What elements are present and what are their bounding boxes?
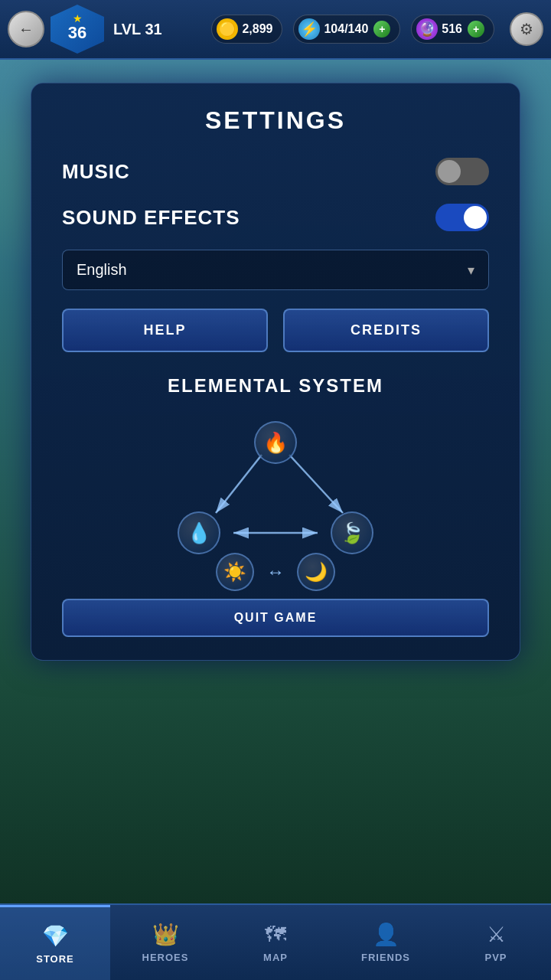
credits-button[interactable]: CREDITS <box>283 309 489 352</box>
moon-element: 🌙 <box>297 553 335 591</box>
friends-label: FRIENDS <box>361 952 410 963</box>
lvl-label: LVL 31 <box>113 21 162 38</box>
settings-dialog: SETTINGS MUSIC SOUND EFFECTS English ▾ H… <box>31 83 520 661</box>
pvp-icon: ⚔ <box>487 922 506 947</box>
sound-effects-row: SOUND EFFECTS <box>62 204 489 231</box>
elemental-title: ELEMENTAL SYSTEM <box>62 375 489 397</box>
back-button[interactable]: ← <box>8 11 44 47</box>
friends-icon: 👤 <box>373 922 399 947</box>
store-icon: 💎 <box>42 923 69 949</box>
star-icon: ★ <box>73 12 83 24</box>
level-number: 36 <box>68 23 86 43</box>
chevron-down-icon: ▾ <box>468 262 474 279</box>
language-selector[interactable]: English ▾ <box>62 250 489 290</box>
quit-button[interactable]: QUIT GAME <box>62 599 489 637</box>
sound-effects-toggle[interactable] <box>435 204 489 231</box>
help-button[interactable]: HELP <box>62 309 268 352</box>
energy-value: 104/140 <box>324 22 368 36</box>
music-row: MUSIC <box>62 158 489 185</box>
elemental-section: ELEMENTAL SYSTEM <box>62 375 489 583</box>
svg-line-2 <box>289 455 343 513</box>
double-arrow-icon: ↔ <box>266 561 285 583</box>
music-toggle[interactable] <box>435 158 489 185</box>
svg-line-3 <box>216 455 262 513</box>
energy-icon: ⚡ <box>298 18 320 40</box>
gem-value: 516 <box>442 22 462 36</box>
main-content: SETTINGS MUSIC SOUND EFFECTS English ▾ H… <box>0 60 551 903</box>
water-element: 💧 <box>178 511 220 554</box>
store-label: STORE <box>36 953 74 965</box>
nav-item-friends[interactable]: 👤 FRIENDS <box>331 905 441 980</box>
gem-plus-button[interactable]: + <box>468 21 484 38</box>
nav-item-map[interactable]: 🗺 MAP <box>220 905 331 980</box>
settings-button[interactable]: ⚙ <box>510 12 543 46</box>
energy-plus-button[interactable]: + <box>373 21 390 38</box>
nav-item-pvp[interactable]: ⚔ PVP <box>441 905 551 980</box>
dialog-title: SETTINGS <box>62 106 489 135</box>
bottom-nav: 💎 STORE 👑 HEROES 🗺 MAP 👤 FRIENDS ⚔ PVP <box>0 903 551 980</box>
map-label: MAP <box>263 952 288 963</box>
map-icon: 🗺 <box>265 922 286 947</box>
sun-element: ☀️ <box>216 553 254 591</box>
fire-element: 🔥 <box>254 421 297 464</box>
music-label: MUSIC <box>62 160 130 184</box>
nav-item-store[interactable]: 💎 STORE <box>0 905 110 980</box>
coin-currency: 🟡 2,899 <box>211 15 282 44</box>
currency-group: 🟡 2,899 ⚡ 104/140 + 🔮 516 + ⚙ <box>211 12 543 46</box>
level-badge: ★ 36 <box>51 5 104 54</box>
language-value: English <box>77 261 127 279</box>
coin-icon: 🟡 <box>217 18 238 40</box>
elemental-diagram: 🔥 💧 🍃 ☀️ ↔ 🌙 <box>161 415 390 583</box>
action-buttons-row: HELP CREDITS <box>62 309 489 352</box>
heroes-icon: 👑 <box>152 922 179 947</box>
nav-item-heroes[interactable]: 👑 HEROES <box>110 905 220 980</box>
heroes-label: HEROES <box>142 952 189 963</box>
sound-effects-label: SOUND EFFECTS <box>62 206 240 230</box>
music-toggle-knob <box>438 160 461 183</box>
top-bar: ← ★ 36 LVL 31 🟡 2,899 ⚡ 104/140 + 🔮 516 … <box>0 0 551 60</box>
leaf-element: 🍃 <box>331 511 373 554</box>
sun-moon-row: ☀️ ↔ 🌙 <box>216 553 335 591</box>
gem-currency: 🔮 516 + <box>411 15 494 44</box>
pvp-label: PVP <box>484 952 507 963</box>
coin-value: 2,899 <box>242 22 272 36</box>
gem-icon: 🔮 <box>416 18 438 40</box>
sound-effects-toggle-knob <box>464 206 487 229</box>
energy-currency: ⚡ 104/140 + <box>293 15 400 44</box>
